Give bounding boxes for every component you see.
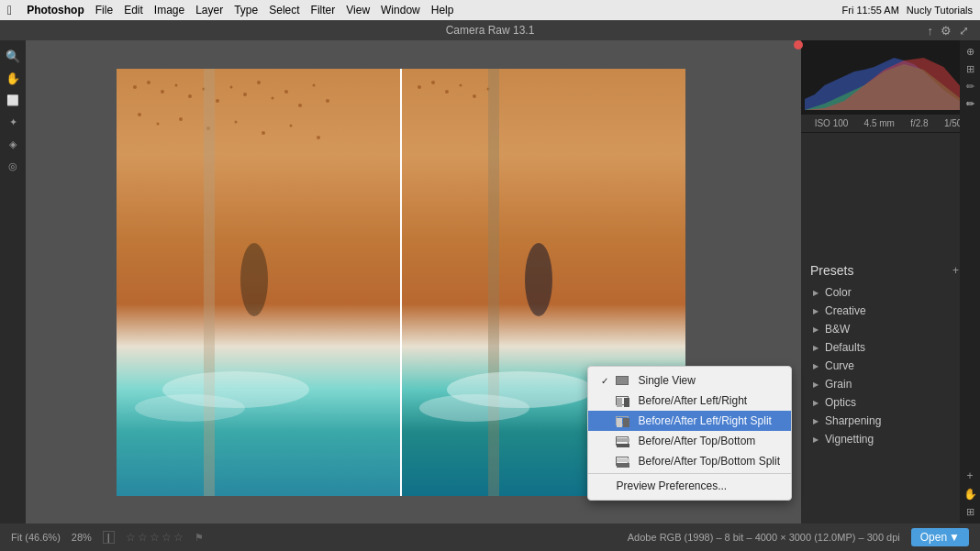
- svg-point-4: [188, 94, 192, 98]
- crop-tool[interactable]: ⬜: [3, 90, 23, 110]
- far-right-icon-4[interactable]: ✏: [966, 98, 974, 110]
- aperture-value: f/2.8: [910, 118, 928, 128]
- star-2[interactable]: ☆: [138, 531, 148, 544]
- svg-rect-24: [204, 69, 215, 496]
- preset-arrow-defaults: ▶: [810, 342, 821, 353]
- settings-icon[interactable]: ⚙: [941, 24, 952, 38]
- menu-help[interactable]: Help: [431, 4, 454, 17]
- zoom-stepper[interactable]: |: [103, 531, 115, 544]
- dropdown-separator: [588, 473, 791, 474]
- preset-item-curve[interactable]: ▶ Curve: [801, 357, 980, 375]
- title-bar: Camera Raw 13.1 ↑ ⚙ ⤢: [0, 20, 980, 40]
- zoom-in-icon[interactable]: +: [966, 469, 973, 482]
- dropdown-lrs[interactable]: Before/After Left/Right Split: [588, 411, 791, 431]
- far-right-icon-1[interactable]: ⊕: [966, 46, 974, 58]
- preset-item-creative[interactable]: ▶ Creative: [801, 302, 980, 320]
- preset-arrow-optics: ▶: [810, 397, 821, 408]
- svg-point-14: [326, 99, 329, 103]
- zoom-tool[interactable]: 🔍: [3, 46, 23, 66]
- preset-item-sharpening[interactable]: ▶ Sharpening: [801, 412, 980, 430]
- dropdown-tb[interactable]: Before/After Top/Bottom: [588, 431, 791, 451]
- svg-point-31: [473, 94, 476, 98]
- menu-type[interactable]: Type: [234, 4, 258, 17]
- open-button-arrow: ▼: [949, 531, 960, 544]
- dropdown-lr[interactable]: Before/After Left/Right: [588, 391, 791, 411]
- preset-item-bw[interactable]: ▶ B&W: [801, 320, 980, 338]
- icon-lrs: [616, 416, 629, 425]
- svg-point-20: [262, 131, 265, 135]
- zoom-out-icon[interactable]: ✋: [963, 488, 977, 501]
- panel-icon-row: ▦ ◈ 👁 ▦ ◎ ⋯: [801, 133, 980, 261]
- svg-point-3: [174, 83, 177, 86]
- menu-window[interactable]: Window: [381, 4, 420, 17]
- preset-arrow-sharpening: ▶: [810, 415, 821, 426]
- svg-point-8: [243, 93, 247, 96]
- mask-tool[interactable]: ◎: [3, 156, 23, 176]
- preset-item-defaults[interactable]: ▶ Defaults: [801, 338, 980, 357]
- svg-point-28: [431, 81, 435, 84]
- menu-view[interactable]: View: [346, 4, 370, 17]
- grid-icon[interactable]: ⊞: [966, 506, 974, 518]
- menu-tutorials: Nucly Tutorials: [907, 5, 973, 16]
- svg-rect-34: [488, 69, 499, 496]
- svg-point-10: [271, 96, 273, 99]
- dropdown-preview-prefs[interactable]: Preview Preferences...: [588, 476, 791, 496]
- open-button[interactable]: Open ▼: [911, 528, 969, 546]
- apple-icon: : [7, 3, 12, 17]
- upload-icon[interactable]: ↑: [928, 24, 934, 38]
- icon-lr: [616, 396, 629, 405]
- star-4[interactable]: ☆: [161, 531, 172, 544]
- star-1[interactable]: ☆: [126, 531, 136, 544]
- menu-filter[interactable]: Filter: [311, 4, 336, 17]
- presets-header: Presets + ≡: [801, 261, 980, 283]
- menu-file[interactable]: File: [95, 4, 113, 17]
- presets-title: Presets: [810, 263, 853, 278]
- svg-point-22: [317, 136, 320, 139]
- presets-add-icon[interactable]: +: [952, 264, 959, 277]
- expand-icon[interactable]: ⤢: [959, 24, 969, 38]
- preset-item-color[interactable]: ▶ Color: [801, 283, 980, 302]
- label-single-view: Single View: [638, 374, 695, 387]
- preset-item-vignetting[interactable]: ▶ Vignetting: [801, 430, 980, 448]
- far-right-icon-3[interactable]: ✏: [966, 81, 974, 93]
- red-dot-indicator: [794, 40, 803, 50]
- star-3[interactable]: ☆: [150, 531, 160, 544]
- svg-point-12: [298, 104, 302, 107]
- menu-select[interactable]: Select: [269, 4, 299, 17]
- svg-point-23: [240, 243, 268, 316]
- svg-rect-39: [624, 398, 629, 407]
- preset-label-grain: Grain: [825, 378, 852, 391]
- split-line[interactable]: [400, 69, 402, 496]
- svg-point-7: [229, 85, 232, 88]
- star-rating: ☆ ☆ ☆ ☆ ☆: [126, 531, 184, 544]
- svg-point-1: [147, 81, 150, 84]
- svg-point-30: [459, 83, 462, 86]
- menu-edit[interactable]: Edit: [124, 4, 143, 17]
- svg-point-17: [179, 117, 183, 121]
- preset-label-color: Color: [825, 286, 852, 299]
- menu-layer[interactable]: Layer: [195, 4, 223, 17]
- heal-tool[interactable]: ✦: [3, 112, 23, 132]
- menu-bar:  Photoshop File Edit Image Layer Type S…: [0, 0, 980, 20]
- preset-arrow-grain: ▶: [810, 379, 821, 390]
- adjust-tool[interactable]: ◈: [3, 134, 23, 154]
- dropdown-tbs[interactable]: Before/After Top/Bottom Split: [588, 451, 791, 471]
- flag-icon[interactable]: ⚑: [195, 532, 204, 544]
- svg-point-6: [216, 99, 219, 103]
- star-5[interactable]: ☆: [173, 531, 184, 544]
- svg-rect-43: [617, 444, 629, 447]
- dropdown-single-view[interactable]: ✓ Single View: [588, 370, 791, 391]
- hand-tool[interactable]: ✋: [3, 68, 23, 88]
- menu-image[interactable]: Image: [154, 4, 184, 17]
- separator1: –: [746, 532, 754, 543]
- label-lr: Before/After Left/Right: [638, 394, 747, 407]
- dpi-val: 300 dpi: [867, 532, 900, 543]
- svg-point-11: [284, 90, 288, 94]
- preset-item-grain[interactable]: ▶ Grain: [801, 375, 980, 393]
- preset-item-optics[interactable]: ▶ Optics: [801, 393, 980, 412]
- menu-right: Fri 11:55 AM Nucly Tutorials: [842, 5, 974, 16]
- svg-rect-42: [617, 438, 629, 442]
- svg-rect-44: [617, 458, 629, 462]
- far-right-icon-2[interactable]: ⊞: [966, 63, 974, 75]
- label-lrs: Before/After Left/Right Split: [638, 414, 771, 427]
